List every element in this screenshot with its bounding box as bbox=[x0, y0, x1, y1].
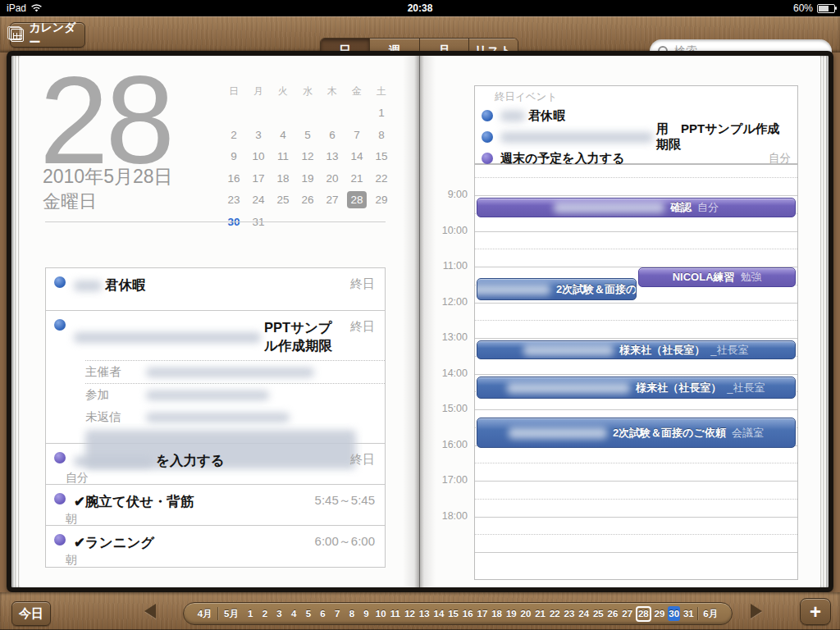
scrubber-day-30[interactable]: 30 bbox=[668, 606, 680, 621]
timeline-event[interactable]: 様来社（社長室）_社長室 bbox=[477, 340, 796, 359]
mini-day-3[interactable]: 3 bbox=[246, 124, 271, 146]
mini-week-row: 1 bbox=[221, 103, 395, 125]
hour-line bbox=[475, 303, 797, 304]
mini-day-11[interactable]: 11 bbox=[271, 146, 295, 168]
timeline-event[interactable]: 様来社（社長室）_社長室 bbox=[477, 377, 796, 399]
scrubber-day-18[interactable]: 18 bbox=[491, 606, 503, 621]
mini-day-15[interactable]: 15 bbox=[369, 146, 394, 168]
redacted-text bbox=[509, 427, 607, 439]
timeline-event[interactable]: 2次試験＆面接のご... bbox=[477, 278, 637, 300]
mini-day-5[interactable]: 5 bbox=[295, 124, 320, 146]
mini-day-9[interactable]: 9 bbox=[221, 146, 246, 168]
mini-day-empty bbox=[295, 103, 320, 125]
timeline-event[interactable]: 2次試験＆面接のご依頼会議室 bbox=[477, 418, 796, 448]
scrubber-day-26[interactable]: 26 bbox=[606, 606, 619, 621]
event-list-row[interactable]: ✔腕立て伏せ・背筋5:45～5:45朝 bbox=[46, 485, 385, 526]
scrubber-day-21[interactable]: 21 bbox=[534, 606, 546, 621]
scrubber-day-14[interactable]: 14 bbox=[432, 606, 445, 621]
scrubber-day-22[interactable]: 22 bbox=[549, 606, 561, 621]
mini-day-8[interactable]: 8 bbox=[369, 124, 394, 146]
event-list-row[interactable]: ✔ランニング6:00～6:00朝 bbox=[46, 526, 385, 567]
mini-day-10[interactable]: 10 bbox=[246, 146, 271, 168]
event-time-label: 終日 bbox=[350, 319, 375, 335]
scrubber-day-25[interactable]: 25 bbox=[592, 606, 605, 621]
mini-day-13[interactable]: 13 bbox=[320, 146, 345, 168]
scrubber-day-10[interactable]: 10 bbox=[375, 606, 387, 621]
scrubber-day-23[interactable]: 23 bbox=[563, 606, 575, 621]
scrubber-day-11[interactable]: 11 bbox=[389, 606, 401, 621]
scrubber-month-next[interactable]: 6月 bbox=[700, 606, 721, 621]
scrubber-day-17[interactable]: 17 bbox=[476, 606, 488, 621]
next-arrow-button[interactable] bbox=[751, 604, 762, 619]
event-title: を入力する bbox=[74, 452, 342, 470]
calendars-button[interactable]: カレンダー bbox=[10, 22, 85, 48]
mini-day-21[interactable]: 21 bbox=[345, 167, 369, 189]
mini-day-7[interactable]: 7 bbox=[345, 124, 369, 146]
mini-day-23[interactable]: 23 bbox=[221, 189, 246, 212]
hour-label: 13:00 bbox=[433, 331, 468, 343]
scrubber-day-20[interactable]: 20 bbox=[519, 606, 532, 621]
mini-day-18[interactable]: 18 bbox=[271, 167, 295, 189]
scrubber-day-12[interactable]: 12 bbox=[404, 606, 416, 621]
timeline-grid[interactable]: 確認自分NICOLA練習勉強2次試験＆面接のご...様来社（社長室）_社長室様来… bbox=[474, 164, 798, 580]
event-list-row[interactable]: PPTサンプル作成期限終日主催者参加未返信 bbox=[46, 311, 385, 444]
scrubber-day-16[interactable]: 16 bbox=[462, 606, 474, 621]
scrubber-day-6[interactable]: 6 bbox=[317, 606, 329, 621]
mini-day-4[interactable]: 4 bbox=[271, 124, 295, 146]
mini-day-28[interactable]: 28 bbox=[345, 189, 369, 212]
scrubber-day-28[interactable]: 28 bbox=[636, 606, 651, 622]
scrubber-day-29[interactable]: 29 bbox=[654, 606, 666, 621]
scrubber-day-7[interactable]: 7 bbox=[331, 606, 344, 621]
scrubber-day-1[interactable]: 1 bbox=[244, 606, 257, 621]
scrubber-day-9[interactable]: 9 bbox=[360, 606, 372, 621]
hour-line bbox=[475, 517, 797, 518]
event-title-text: PPTサンプル作成期限 bbox=[264, 319, 342, 355]
scrubber-day-15[interactable]: 15 bbox=[447, 606, 459, 621]
mini-day-2[interactable]: 2 bbox=[221, 124, 246, 146]
scrubber-month-current[interactable]: 5月 bbox=[221, 606, 242, 621]
scrubber-day-5[interactable]: 5 bbox=[302, 606, 314, 621]
mini-day-14[interactable]: 14 bbox=[345, 146, 369, 168]
mini-day-26[interactable]: 26 bbox=[295, 189, 320, 212]
scrubber-day-2[interactable]: 2 bbox=[258, 606, 271, 621]
mini-day-22[interactable]: 22 bbox=[369, 167, 394, 189]
add-event-button[interactable]: + bbox=[800, 598, 831, 625]
scrubber-day-3[interactable]: 3 bbox=[273, 606, 285, 621]
event-list-row[interactable]: を入力する終日自分 bbox=[46, 444, 385, 485]
redacted-text bbox=[507, 382, 630, 394]
scrubber-day-13[interactable]: 13 bbox=[418, 606, 431, 621]
timeline-event[interactable]: 確認自分 bbox=[477, 198, 796, 217]
mini-day-24[interactable]: 24 bbox=[246, 189, 271, 212]
event-list-row[interactable]: 君休暇終日 bbox=[46, 268, 385, 311]
scrubber-day-24[interactable]: 24 bbox=[578, 606, 590, 621]
previous-arrow-button[interactable] bbox=[144, 604, 156, 619]
mini-day-20[interactable]: 20 bbox=[320, 167, 345, 189]
mini-day-27[interactable]: 27 bbox=[320, 189, 345, 212]
mini-day-6[interactable]: 6 bbox=[320, 124, 345, 146]
hour-label: 11:00 bbox=[433, 260, 468, 272]
mini-day-17[interactable]: 17 bbox=[246, 167, 271, 189]
all-day-event-row[interactable]: 用 PPTサンプル作成期限 bbox=[482, 127, 791, 147]
scrubber-day-19[interactable]: 19 bbox=[505, 606, 518, 621]
mini-month-calendar[interactable]: 日月火水木金土123456789101112131415161718192021… bbox=[221, 80, 395, 233]
today-button[interactable]: 今日 bbox=[11, 601, 51, 626]
scrubber-day-8[interactable]: 8 bbox=[345, 606, 358, 621]
calendars-icon bbox=[11, 29, 24, 42]
date-scrubber[interactable]: 4月5月123456789101112131415161718192021222… bbox=[183, 602, 733, 625]
mini-day-1[interactable]: 1 bbox=[369, 103, 394, 125]
scrubber-month-prev[interactable]: 4月 bbox=[194, 606, 216, 621]
timeline-event[interactable]: NICOLA練習勉強 bbox=[638, 267, 797, 287]
timeline-event-location: _社長室 bbox=[710, 343, 748, 358]
mini-day-25[interactable]: 25 bbox=[271, 189, 295, 212]
mini-day-12[interactable]: 12 bbox=[295, 146, 320, 168]
redacted-text bbox=[500, 111, 525, 121]
hour-line bbox=[475, 552, 797, 553]
mini-day-29[interactable]: 29 bbox=[369, 189, 394, 212]
scrubber-day-31[interactable]: 31 bbox=[682, 606, 695, 621]
mini-day-16[interactable]: 16 bbox=[221, 167, 246, 189]
scrubber-day-27[interactable]: 27 bbox=[621, 606, 633, 621]
redacted-text bbox=[523, 345, 614, 356]
status-bar: iPad 20:38 60% bbox=[0, 0, 840, 16]
scrubber-day-4[interactable]: 4 bbox=[288, 606, 300, 621]
mini-day-19[interactable]: 19 bbox=[295, 167, 320, 189]
